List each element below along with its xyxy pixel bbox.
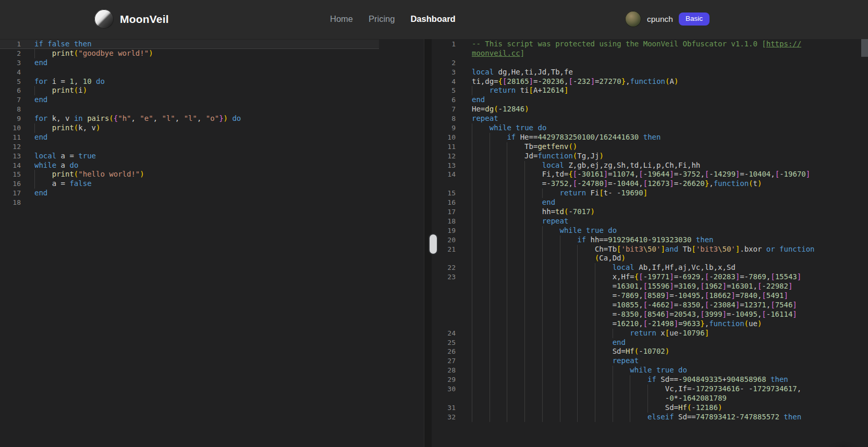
line-number: 28 (432, 366, 456, 375)
line-number: 22 (432, 263, 456, 272)
code-row: 16end (432, 198, 818, 207)
line-number: 8 (0, 105, 21, 114)
code-row: 15return Fi[t- -19690] (432, 189, 818, 198)
line-number: 31 (432, 403, 456, 413)
line-number: 7 (432, 105, 456, 114)
code-row: 10if He==4429783250100/162441630 then (432, 133, 818, 142)
user-avatar[interactable] (625, 11, 641, 27)
code-row: 20if hh==919296410-919323030 then (432, 235, 818, 245)
code-row: 4​ (0, 68, 379, 77)
line-number: 14 (432, 170, 456, 179)
line-number: 7 (0, 95, 21, 105)
line-number: 3 (432, 68, 456, 77)
vertical-scrollbar-thumb[interactable] (861, 39, 868, 57)
code-row: =16301,[15596]=3169,[1962]=16301,[-22982… (432, 282, 818, 291)
pane-resize-handle[interactable] (429, 233, 438, 255)
code-row: 11Tb=getfenv() (432, 142, 818, 152)
code-row: 14Fi,td={[-30161]=11074,[-19644]=-3752,[… (432, 170, 818, 179)
line-number (432, 179, 456, 189)
code-row: 25end (432, 338, 818, 347)
code-row: 19while true do (432, 226, 818, 235)
brand[interactable]: MoonVeil (94, 0, 169, 38)
user-box[interactable]: cpunch Basic (625, 0, 710, 38)
line-number: 12 (432, 152, 456, 161)
line-number: 18 (0, 198, 21, 207)
moon-logo-icon (94, 9, 114, 29)
code-row: 3end (0, 58, 379, 68)
line-number: 32 (432, 413, 456, 422)
nav-item-pricing[interactable]: Pricing (369, 14, 395, 24)
editor-workspace: 1if false then2print("goodbye world!")3e… (0, 38, 868, 447)
code-row: 22local Ab,If,Hf,aj,Vc,lb,x,Sd (432, 263, 818, 272)
editor-pane-obfuscated[interactable]: 1-- This script was protected using the … (432, 39, 868, 447)
line-number (432, 301, 456, 310)
line-number: 15 (0, 170, 21, 179)
line-number: 14 (0, 161, 21, 170)
main-nav: HomePricingDashboard (330, 0, 456, 38)
code-row: =-3752,[-24780]=-10404,[12673]=-26620},f… (432, 179, 818, 189)
line-number: 17 (432, 207, 456, 217)
line-number: 9 (432, 123, 456, 133)
source-minimap[interactable] (383, 41, 417, 64)
line-number: 2 (432, 58, 456, 68)
code-row: 8​ (0, 105, 379, 114)
code-row: 18​ (0, 198, 379, 207)
line-number: 12 (0, 142, 21, 152)
line-number: 3 (0, 58, 21, 68)
line-number: 13 (0, 152, 21, 161)
line-number: 16 (0, 179, 21, 189)
code-row: moonveil.cc] (432, 49, 818, 58)
code-row: 17end (0, 189, 379, 198)
code-row: 14while a do (0, 161, 379, 170)
editor-pane-source[interactable]: 1if false then2print("goodbye world!")3e… (0, 39, 424, 447)
code-row: -0*-1642081789 (432, 394, 818, 403)
line-number: 17 (0, 189, 21, 198)
line-number (432, 291, 456, 301)
code-row: 28while true do (432, 366, 818, 375)
code-row: 18repeat (432, 217, 818, 226)
line-number (432, 254, 456, 263)
code-row: 2​ (432, 58, 818, 68)
code-row: 31Sd=Hf(-12186) (432, 403, 818, 413)
line-number: 9 (0, 114, 21, 123)
plan-badge: Basic (679, 13, 710, 25)
line-number: 1 (0, 40, 21, 48)
code-row: 11end (0, 133, 379, 142)
line-number: 6 (432, 95, 456, 105)
line-number: 8 (432, 114, 456, 123)
code-row: 27repeat (432, 356, 818, 366)
code-row: 7He=dg(-12846) (432, 105, 818, 114)
line-number: 11 (432, 142, 456, 152)
line-number: 4 (432, 77, 456, 86)
nav-item-dashboard[interactable]: Dashboard (410, 14, 455, 24)
code-row: 13local Z,gb,ej,zg,Sh,td,Li,p,Ch,Fi,hh (432, 161, 818, 170)
line-number (432, 310, 456, 319)
app-header: MoonVeil HomePricingDashboard cpunch Bas… (0, 0, 868, 38)
line-number: 2 (0, 49, 21, 58)
line-number: 25 (432, 338, 456, 347)
line-number: 13 (432, 161, 456, 170)
code-row: 7end (0, 95, 379, 105)
code-row: 3local dg,He,ti,Jd,Tb,fe (432, 68, 818, 77)
obfuscated-code-rows[interactable]: 1-- This script was protected using the … (432, 40, 818, 422)
code-row: =-7869,[8589]=-10495,[18662]=7840,[5491] (432, 291, 818, 301)
code-row: 15print("hello world!") (0, 170, 379, 179)
code-row: 6print(i) (0, 86, 379, 95)
obfuscated-minimap[interactable] (820, 40, 860, 447)
code-row: 30Vc,If=-1729734616- -1729734617, (432, 384, 818, 394)
brand-title: MoonVeil (120, 13, 169, 26)
source-code-rows[interactable]: 1if false then2print("goodbye world!")3e… (0, 40, 379, 207)
code-row: 26Sd=Hf(-10702) (432, 347, 818, 356)
code-row: 17hh=td(-7017) (432, 207, 818, 217)
code-row: 1-- This script was protected using the … (432, 40, 818, 49)
nav-item-home[interactable]: Home (330, 14, 353, 24)
line-number: 10 (432, 133, 456, 142)
code-row: 13local a = true (0, 152, 379, 161)
code-row: =-8350,[8546]=20543,[3999]=-10495,[-1611… (432, 310, 818, 319)
line-number: 1 (432, 40, 456, 49)
code-row: 32elseif Sd==747893412-747885572 then (432, 413, 818, 422)
line-number: 4 (0, 68, 21, 77)
line-number: 15 (432, 189, 456, 198)
code-row: 29if Sd==-904849335+904858968 then (432, 375, 818, 384)
line-number (432, 282, 456, 291)
